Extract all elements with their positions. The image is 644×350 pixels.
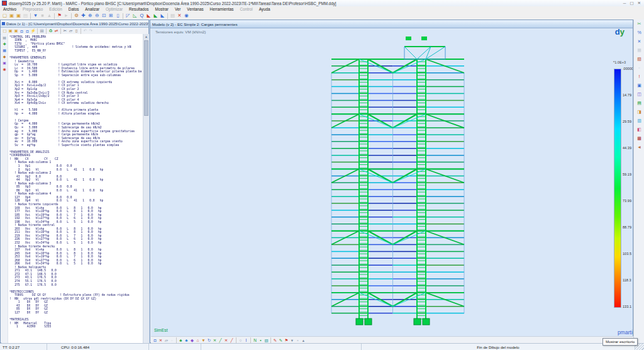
bookmark-icon[interactable]: ▤: [3, 36, 6, 40]
open-recent-icon[interactable]: ▣: [16, 13, 22, 19]
scroll-up-icon[interactable]: ▲: [143, 34, 149, 40]
marker-icon[interactable]: ◆: [3, 55, 6, 59]
panel-icon[interactable]: ▫: [296, 337, 301, 343]
zoom-page-icon[interactable]: ▯: [115, 13, 121, 19]
new-file-icon[interactable]: ▢: [3, 28, 8, 34]
close-capture-icon[interactable]: ✕: [636, 38, 643, 45]
scale-tick-label: 29.59: [623, 120, 631, 123]
node-circle-icon[interactable]: ○: [238, 337, 243, 343]
model-canvas[interactable]: Tensiones equiv. VM (kN/m2) dy *1.0E+3 .…: [151, 28, 633, 336]
annotate-green-icon[interactable]: ✎: [279, 337, 284, 343]
nodes-icon[interactable]: ◆: [190, 337, 195, 343]
menu-mostrar[interactable]: Mostrar: [152, 7, 172, 11]
quick-run-icon[interactable]: ⚡: [31, 28, 36, 34]
more-down-icon[interactable]: ▾: [290, 337, 295, 343]
paste-icon[interactable]: ▯: [74, 28, 79, 34]
menu-ayuda[interactable]: Ayuda: [256, 7, 274, 11]
swap-icon[interactable]: ⇄: [54, 28, 59, 34]
zoom-in-icon[interactable]: ⊕: [87, 13, 94, 19]
run-analysis-icon[interactable]: ⚑: [57, 13, 63, 19]
capture-blue-icon[interactable]: ▣: [636, 82, 643, 89]
open-folder-icon[interactable]: ▣: [14, 28, 19, 34]
toolbar-separator: [46, 28, 47, 34]
menu-analizar[interactable]: Analizar: [82, 7, 103, 11]
menu-herramientas[interactable]: Herramientas: [207, 7, 237, 11]
record-icon[interactable]: ▩: [636, 135, 643, 142]
solid-view-icon[interactable]: ▧: [264, 337, 269, 343]
percent-icon[interactable]: %: [636, 30, 643, 36]
deformed-scale-icon[interactable]: ╱: [218, 337, 223, 343]
help-icon[interactable]: ◉: [184, 13, 190, 19]
copy-view-icon[interactable]: ▱: [164, 337, 169, 343]
open-folder-icon[interactable]: ▣: [9, 13, 15, 19]
collapse-down-icon[interactable]: ▼: [33, 13, 39, 19]
save-view-icon[interactable]: ◘: [153, 337, 158, 343]
save-all-icon[interactable]: ◘: [25, 28, 30, 34]
menu-archivo[interactable]: Archivo: [0, 7, 19, 11]
scale-tick-label: 118.3: [623, 278, 631, 282]
target-icon[interactable]: ◉: [3, 67, 6, 71]
datos-titlebar[interactable]: Datos (v 1) - [C:\Users\pmarti\Dropbox\D…: [1, 20, 148, 28]
toolbar-separator: [80, 28, 81, 34]
more-up-icon[interactable]: ▴: [301, 337, 306, 343]
block-icon[interactable]: ▣: [3, 61, 6, 65]
settings-gear-icon[interactable]: ⚙: [74, 13, 80, 19]
axis-x-icon[interactable]: ◣: [146, 13, 152, 19]
menu-ver[interactable]: Ver: [172, 7, 184, 11]
flag-icon[interactable]: ⚑: [284, 337, 289, 343]
model-tree-icon[interactable]: ♣: [179, 337, 184, 343]
close-view-icon[interactable]: ✕: [158, 337, 164, 343]
capture-green-icon[interactable]: ▤: [636, 100, 643, 106]
new-file-icon[interactable]: ▢: [2, 13, 8, 19]
open-file-icon[interactable]: ▣: [8, 28, 13, 34]
deformed-on-icon[interactable]: ✕: [213, 337, 218, 343]
model-tree-alt-icon[interactable]: ♣: [184, 337, 189, 343]
modelo-titlebar[interactable]: Modelo (v 2) - EC Simple 2: Cargas perma…: [150, 20, 633, 28]
scroll-thumb[interactable]: [144, 40, 148, 116]
scale-tick-label: 59.19: [623, 172, 631, 176]
page-mark-icon[interactable]: ▧: [636, 56, 643, 62]
moments-icon[interactable]: ↻: [207, 337, 212, 343]
capture-pink-icon[interactable]: ◧: [636, 127, 643, 133]
menu-control: Control: [236, 7, 255, 11]
undeformed-icon[interactable]: ✕: [224, 337, 229, 343]
zoom-extents-icon[interactable]: ⊞: [108, 13, 114, 19]
insert-icon[interactable]: ✚: [3, 42, 6, 46]
close-button[interactable]: ✕: [638, 1, 641, 6]
zoom-window-icon[interactable]: ⊡: [101, 13, 108, 19]
add-icon[interactable]: ✚: [80, 13, 87, 19]
annotate-red-icon[interactable]: ✎: [273, 337, 278, 343]
loads-icon[interactable]: ▼: [201, 337, 206, 343]
supports-icon[interactable]: ⌂: [196, 337, 201, 343]
section-I-icon[interactable]: I: [244, 337, 249, 343]
editor-vertical-scrollbar[interactable]: ▲ ▼: [143, 34, 149, 349]
select-element-icon[interactable]: ◺: [132, 13, 138, 19]
capture-cyan-icon[interactable]: ▥: [636, 118, 643, 124]
axes-local-icon[interactable]: ╱: [230, 337, 235, 343]
alert-icon[interactable]: !: [636, 74, 643, 80]
close-red-icon[interactable]: ✕: [177, 13, 183, 19]
query-view-icon[interactable]: Q: [139, 13, 145, 19]
axis-z-icon[interactable]: ◣: [160, 13, 166, 19]
menu-resultados[interactable]: Resultados: [126, 7, 152, 11]
capture-purple-icon[interactable]: ◫: [636, 91, 643, 98]
save-icon[interactable]: ◘: [19, 28, 25, 34]
menu-ventanas[interactable]: Ventanas: [184, 7, 206, 11]
menu-datos[interactable]: Datos: [65, 7, 82, 11]
text-editor[interactable]: *CONTROL DEL PROBLEMA IDEN , MARC TITU ,…: [8, 34, 143, 349]
reload-icon[interactable]: ♻: [48, 28, 53, 34]
speaker-icon[interactable]: ◄: [636, 144, 643, 150]
print-icon[interactable]: ▤: [40, 28, 45, 34]
numbering-icon[interactable]: N: [253, 337, 258, 343]
grid-icon[interactable]: ▦: [3, 48, 6, 52]
select-node-icon[interactable]: ◸: [125, 13, 131, 19]
cut-icon[interactable]: ✂: [63, 28, 68, 34]
crop-icon[interactable]: ✂: [636, 21, 643, 27]
fill-element-icon[interactable]: ▪: [258, 337, 264, 343]
axis-y-icon[interactable]: ◣: [153, 13, 159, 19]
minimize-button[interactable]: ─: [623, 1, 626, 6]
zoom-out-icon[interactable]: ⊖: [94, 13, 101, 19]
copy-icon[interactable]: ▱: [69, 28, 74, 34]
maximize-button[interactable]: ▢: [630, 1, 633, 6]
capture-orange-icon[interactable]: ◨: [636, 109, 643, 115]
